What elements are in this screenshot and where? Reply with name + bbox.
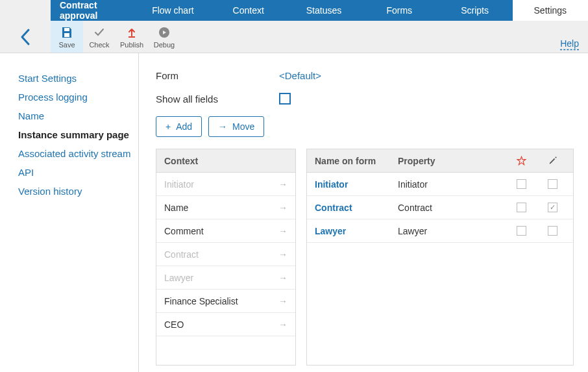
tab-scripts[interactable]: Scripts bbox=[437, 0, 512, 21]
edit-header-icon bbox=[539, 156, 565, 166]
sidebar-item-api[interactable]: API bbox=[18, 163, 132, 182]
add-label: Add bbox=[176, 121, 192, 132]
context-row-label: Contract bbox=[164, 249, 199, 260]
form-row: ContractContract✓ bbox=[307, 196, 573, 219]
move-label: Move bbox=[232, 121, 254, 132]
check-button[interactable]: Check bbox=[83, 21, 116, 53]
back-icon[interactable] bbox=[19, 28, 31, 46]
form-row: LawyerLawyer bbox=[307, 219, 573, 243]
arrow-right-icon: → bbox=[278, 226, 288, 236]
sidebar-item-start-settings[interactable]: Start Settings bbox=[18, 69, 132, 88]
check-icon bbox=[93, 25, 106, 40]
context-row[interactable]: Initiator→ bbox=[156, 173, 295, 196]
edit-checkbox[interactable]: ✓ bbox=[548, 203, 557, 212]
arrow-right-icon: → bbox=[278, 179, 288, 190]
sidebar-item-version-history[interactable]: Version history bbox=[18, 182, 132, 201]
debug-icon bbox=[158, 25, 171, 40]
form-table: Name on form Property InitiatorInitiator… bbox=[306, 149, 574, 366]
form-row: InitiatorInitiator bbox=[307, 173, 573, 196]
svg-rect-0 bbox=[64, 28, 69, 31]
form-row-name[interactable]: Contract bbox=[315, 203, 398, 213]
context-row[interactable]: CEO→ bbox=[156, 313, 295, 336]
arrow-right-icon: → bbox=[218, 121, 227, 132]
context-row[interactable]: Finance Specialist→ bbox=[156, 290, 295, 313]
form-header-name: Name on form bbox=[315, 156, 398, 166]
context-table: Context Initiator→Name→Comment→Contract→… bbox=[156, 149, 296, 366]
tab-statuses[interactable]: Statuses bbox=[286, 0, 361, 21]
arrow-right-icon: → bbox=[278, 319, 288, 330]
required-header-icon bbox=[503, 156, 539, 166]
tab-flowchart[interactable]: Flow chart bbox=[135, 0, 210, 21]
form-header-property: Property bbox=[398, 156, 503, 166]
form-table-header: Name on form Property bbox=[307, 149, 573, 173]
form-row-name[interactable]: Lawyer bbox=[315, 226, 398, 236]
sidebar-item-name[interactable]: Name bbox=[18, 106, 132, 125]
sidebar-item-associated-activity-stream[interactable]: Associated activity stream bbox=[18, 144, 132, 163]
publish-icon bbox=[125, 25, 138, 40]
sidebar-item-process-logging[interactable]: Process logging bbox=[18, 88, 132, 106]
tab-title[interactable]: Contract approval bbox=[51, 0, 135, 21]
add-button[interactable]: + Add bbox=[156, 116, 202, 137]
form-label: Form bbox=[156, 70, 279, 81]
arrow-right-icon: → bbox=[278, 249, 288, 260]
tabs-row: Contract approval Flow chart Context Sta… bbox=[0, 0, 588, 21]
publish-button[interactable]: Publish bbox=[116, 21, 148, 53]
context-row-label: Finance Specialist bbox=[164, 296, 238, 306]
context-row-label: Initiator bbox=[164, 179, 194, 190]
tab-settings[interactable]: Settings bbox=[513, 0, 588, 21]
context-row-label: Comment bbox=[164, 226, 204, 236]
arrow-right-icon: → bbox=[278, 296, 288, 306]
required-checkbox[interactable] bbox=[517, 179, 526, 189]
arrow-right-icon: → bbox=[278, 203, 288, 213]
publish-label: Publish bbox=[120, 41, 143, 49]
help-link[interactable]: Help bbox=[560, 38, 579, 49]
edit-checkbox[interactable] bbox=[548, 179, 557, 189]
arrow-right-icon: → bbox=[278, 273, 288, 283]
form-value[interactable]: <Default> bbox=[279, 70, 321, 81]
edit-checkbox[interactable] bbox=[548, 226, 557, 236]
context-row[interactable]: Comment→ bbox=[156, 219, 295, 243]
context-row[interactable]: Name→ bbox=[156, 196, 295, 219]
form-row-property: Contract bbox=[398, 203, 503, 213]
tab-forms[interactable]: Forms bbox=[361, 0, 437, 21]
form-row-property: Lawyer bbox=[398, 226, 503, 236]
debug-button[interactable]: Debug bbox=[148, 21, 180, 53]
check-label: Check bbox=[89, 41, 109, 49]
context-table-header: Context bbox=[156, 149, 295, 173]
svg-rect-1 bbox=[64, 33, 69, 37]
required-checkbox[interactable] bbox=[517, 226, 526, 236]
required-checkbox[interactable] bbox=[517, 203, 526, 212]
move-button[interactable]: → Move bbox=[208, 116, 264, 137]
save-icon bbox=[60, 25, 73, 40]
debug-label: Debug bbox=[154, 41, 175, 49]
context-row-label: Lawyer bbox=[164, 273, 193, 283]
content: Form <Default> Show all fields + Add → M… bbox=[139, 53, 588, 372]
context-row-label: Name bbox=[164, 203, 188, 213]
context-row[interactable]: Lawyer→ bbox=[156, 266, 295, 290]
tab-context[interactable]: Context bbox=[211, 0, 286, 21]
context-row[interactable]: Contract→ bbox=[156, 243, 295, 266]
form-row-property: Initiator bbox=[398, 179, 503, 190]
save-button[interactable]: Save bbox=[51, 21, 83, 53]
context-row-label: CEO bbox=[164, 319, 184, 330]
show-all-fields-label: Show all fields bbox=[156, 93, 279, 105]
plus-icon: + bbox=[165, 121, 171, 132]
sidebar-item-instance-summary-page[interactable]: Instance summary page bbox=[18, 125, 132, 144]
sidebar: Start SettingsProcess loggingNameInstanc… bbox=[0, 53, 139, 372]
toolbar: Save Check Publish Debug Help bbox=[0, 21, 588, 53]
show-all-fields-checkbox[interactable] bbox=[279, 93, 291, 105]
save-label: Save bbox=[58, 41, 75, 49]
form-row-name[interactable]: Initiator bbox=[315, 179, 398, 190]
